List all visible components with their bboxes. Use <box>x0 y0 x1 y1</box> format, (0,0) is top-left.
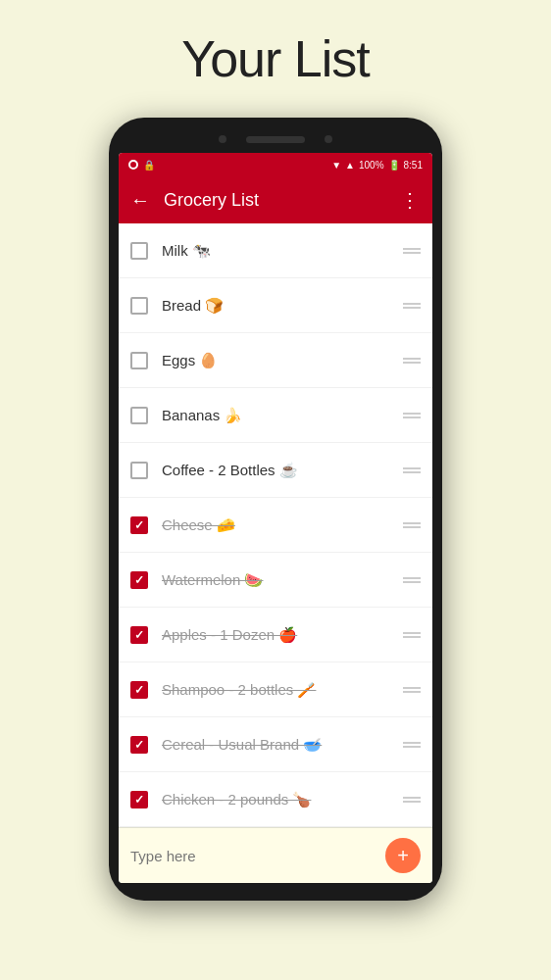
list-item-text: Apples - 1 Dozen 🍎 <box>162 626 395 644</box>
app-bar: ← Grocery List ⋮ <box>119 176 432 223</box>
list-item[interactable]: Eggs 🥚 <box>119 333 432 388</box>
battery-icon: 🔋 <box>388 160 400 171</box>
list-item-text: Eggs 🥚 <box>162 352 395 369</box>
status-right: ▼ ▲ 100% 🔋 8:51 <box>331 160 423 171</box>
list-item[interactable]: Milk 🐄 <box>119 223 432 278</box>
drag-handle-icon[interactable] <box>403 248 421 254</box>
bottom-input-bar: + <box>119 827 432 883</box>
phone-device: 🔒 ▼ ▲ 100% 🔋 8:51 ← Grocery List ⋮ Milk … <box>109 118 442 901</box>
signal-circle-icon <box>128 160 138 170</box>
list-item[interactable]: Cheese 🧀 <box>119 498 432 553</box>
add-item-button[interactable]: + <box>385 838 421 873</box>
list-item-text: Cereal - Usual Brand 🥣 <box>162 736 395 754</box>
list-item-checkbox[interactable] <box>130 681 148 699</box>
wifi-icon: ▼ <box>331 160 341 171</box>
list-item[interactable]: Bread 🍞 <box>119 278 432 333</box>
drag-handle-icon[interactable] <box>403 577 421 583</box>
list-item[interactable]: Cereal - Usual Brand 🥣 <box>119 717 432 772</box>
overflow-menu-button[interactable]: ⋮ <box>400 188 421 212</box>
drag-handle-icon[interactable] <box>403 687 421 693</box>
lock-icon: 🔒 <box>143 160 155 171</box>
battery-percentage: 100% <box>359 160 384 171</box>
drag-handle-icon[interactable] <box>403 467 421 473</box>
drag-handle-icon[interactable] <box>403 522 421 528</box>
list-item-checkbox[interactable] <box>130 571 148 589</box>
status-left: 🔒 <box>128 160 155 171</box>
list-item[interactable]: Shampoo - 2 bottles 🪥 <box>119 662 432 717</box>
list-item-checkbox[interactable] <box>130 352 148 369</box>
speaker-grill <box>246 136 305 143</box>
list-item-checkbox[interactable] <box>130 407 148 424</box>
list-item[interactable]: Bananas 🍌 <box>119 388 432 443</box>
list-item-text: Cheese 🧀 <box>162 516 395 534</box>
list-item[interactable]: Watermelon 🍉 <box>119 553 432 608</box>
drag-handle-icon[interactable] <box>403 632 421 638</box>
signal-bars-icon: ▲ <box>345 160 355 171</box>
list-item-text: Milk 🐄 <box>162 242 395 260</box>
new-item-input[interactable] <box>130 848 385 864</box>
status-bar: 🔒 ▼ ▲ 100% 🔋 8:51 <box>119 153 432 176</box>
drag-handle-icon[interactable] <box>403 303 421 309</box>
list-item-text: Bread 🍞 <box>162 297 395 315</box>
app-bar-title: Grocery List <box>164 190 386 211</box>
list-item-text: Watermelon 🍉 <box>162 571 395 589</box>
list-item-checkbox[interactable] <box>130 516 148 534</box>
list-item-checkbox[interactable] <box>130 736 148 754</box>
list-item-checkbox[interactable] <box>130 626 148 644</box>
list-item[interactable]: Chicken - 2 pounds 🍗 <box>119 772 432 827</box>
list-item-checkbox[interactable] <box>130 242 148 260</box>
phone-screen: 🔒 ▼ ▲ 100% 🔋 8:51 ← Grocery List ⋮ Milk … <box>119 153 432 883</box>
drag-handle-icon[interactable] <box>403 358 421 364</box>
drag-handle-icon[interactable] <box>403 797 421 803</box>
list-item-text: Coffee - 2 Bottles ☕ <box>162 462 395 479</box>
page-title: Your List <box>181 29 369 88</box>
phone-top-bar <box>119 131 432 153</box>
list-item[interactable]: Apples - 1 Dozen 🍎 <box>119 608 432 662</box>
list-item-text: Chicken - 2 pounds 🍗 <box>162 791 395 808</box>
time-display: 8:51 <box>404 160 423 171</box>
list-item-checkbox[interactable] <box>130 297 148 315</box>
list-item-text: Shampoo - 2 bottles 🪥 <box>162 681 395 699</box>
grocery-list: Milk 🐄Bread 🍞Eggs 🥚Bananas 🍌Coffee - 2 B… <box>119 223 432 827</box>
drag-handle-icon[interactable] <box>403 742 421 748</box>
list-item-checkbox[interactable] <box>130 791 148 808</box>
sensor-dot <box>325 135 332 143</box>
back-button[interactable]: ← <box>130 189 150 212</box>
list-item-text: Bananas 🍌 <box>162 407 395 424</box>
camera-dot <box>219 135 226 143</box>
drag-handle-icon[interactable] <box>403 413 421 418</box>
list-item-checkbox[interactable] <box>130 462 148 479</box>
list-item[interactable]: Coffee - 2 Bottles ☕ <box>119 443 432 498</box>
